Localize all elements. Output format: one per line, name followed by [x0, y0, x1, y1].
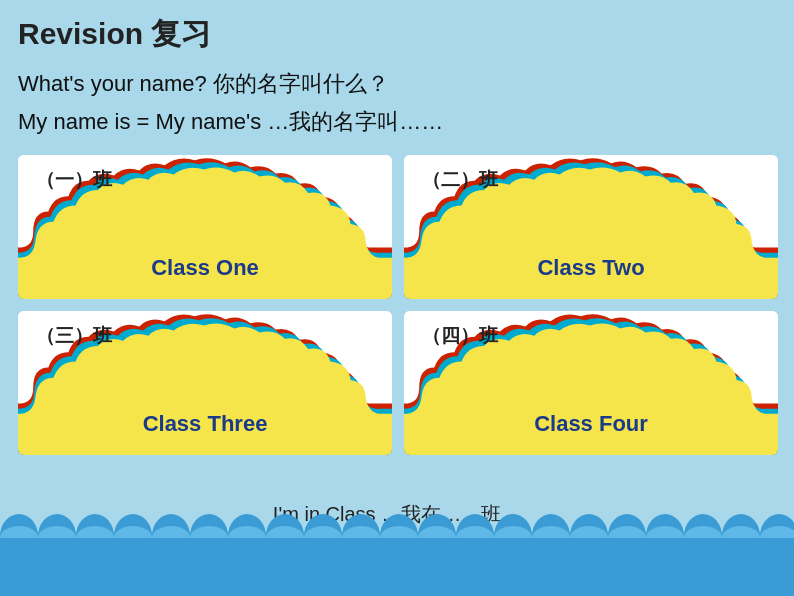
cloud-card-1[interactable]: （一）班 Class One: [18, 155, 392, 299]
wave-scallop-inner: [0, 526, 38, 538]
wave-scallop-inner: [684, 526, 722, 538]
wave-scallop-inner: [190, 526, 228, 538]
cloud-1-zh: （一）班: [36, 167, 112, 193]
wave-scallop-inner: [760, 526, 794, 538]
cloud-4-en: Class Four: [534, 411, 648, 437]
wave-scallop-inner: [304, 526, 342, 538]
page-content: Revision 复习 What's your name? 你的名字叫什么？ M…: [0, 0, 794, 455]
answer-line: My name is = My name's …我的名字叫……: [18, 107, 776, 137]
wave-scallop-inner: [570, 526, 608, 538]
wave-scallop-inner: [38, 526, 76, 538]
wave-scallop-inner: [342, 526, 380, 538]
wave-scallop-inner: [228, 526, 266, 538]
wave-scallop-inner: [380, 526, 418, 538]
wave-scallop-inner: [418, 526, 456, 538]
cloud-card-3[interactable]: （三）班 Class Three: [18, 311, 392, 455]
wave-scallop-inner: [646, 526, 684, 538]
page-title: Revision 复习: [18, 14, 776, 55]
wave-scallops-inner: [0, 526, 794, 538]
question-line: What's your name? 你的名字叫什么？: [18, 69, 776, 99]
wave-row: [0, 536, 794, 596]
cloud-card-4[interactable]: （四）班 Class Four: [404, 311, 778, 455]
wave-scallop-inner: [608, 526, 646, 538]
wave-scallop-inner: [722, 526, 760, 538]
cloud-2-zh: （二）班: [422, 167, 498, 193]
bottom-area: I'm in Class …我在……班。: [0, 506, 794, 596]
wave-scallop-inner: [494, 526, 532, 538]
cloud-card-2[interactable]: （二）班 Class Two: [404, 155, 778, 299]
wave-scallop-inner: [114, 526, 152, 538]
wave-scallop-inner: [456, 526, 494, 538]
cloud-3-en: Class Three: [143, 411, 268, 437]
cloud-3-zh: （三）班: [36, 323, 112, 349]
wave-scallop-inner: [532, 526, 570, 538]
cloud-1-en: Class One: [151, 255, 259, 281]
cloud-2-en: Class Two: [537, 255, 644, 281]
cloud-4-zh: （四）班: [422, 323, 498, 349]
clouds-grid: （一）班 Class One （二）班 Class Two （三）班 Cla: [18, 155, 778, 455]
wave-scallop-inner: [76, 526, 114, 538]
wave-scallop-inner: [152, 526, 190, 538]
wave-scallop-inner: [266, 526, 304, 538]
